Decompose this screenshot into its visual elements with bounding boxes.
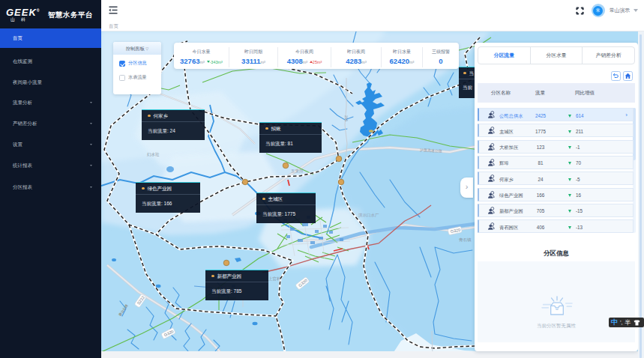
- svg-text:上官村: 上官村: [268, 276, 281, 282]
- svg-text:演示口水厂: 演示口水厂: [358, 213, 379, 218]
- svg-text:五里排: 五里排: [291, 169, 304, 173]
- svg-text:幻水壯: 幻水壯: [147, 152, 160, 157]
- svg-text:205: 205: [344, 115, 349, 122]
- svg-text:青石镇: 青石镇: [459, 237, 472, 243]
